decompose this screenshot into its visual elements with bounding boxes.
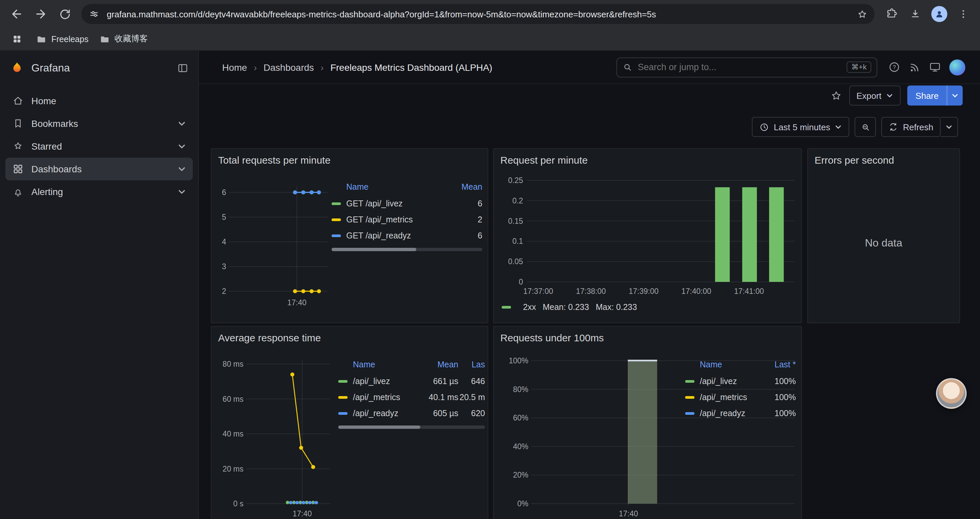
sidebar-item-alerting[interactable]: Alerting [5,180,193,203]
breadcrumb-home[interactable]: Home [222,62,247,72]
legend-row[interactable]: /api/_readyz 100% [685,406,796,422]
url-text[interactable]: grafana.mathmast.com/d/deytv4rwavabkb/fr… [103,9,853,19]
svg-text:17:40: 17:40 [619,509,638,518]
svg-text:17:41:00: 17:41:00 [734,287,764,295]
svg-text:20 ms: 20 ms [223,465,243,473]
legend-row[interactable]: /api/_livez 100% [685,374,796,390]
sidebar-item-starred[interactable]: Starred [5,135,193,158]
sidebar-item-dashboards[interactable]: Dashboards [5,158,193,180]
svg-text:40 ms: 40 ms [223,430,243,438]
legend-row[interactable]: /api/_metrics 100% [685,390,796,406]
legend-table: Name Last * /api/_livez 100% /api/_metri… [685,356,796,422]
dashboard-canvas: Total requests per minute 6543217:40 Nam… [199,137,980,519]
grafana-logo-icon[interactable] [10,61,25,76]
refresh-icon [889,122,898,132]
sidebar-item-bookmarks[interactable]: Bookmarks [5,112,193,135]
assistant-avatar[interactable] [936,378,967,409]
legend-scrollbar[interactable] [338,425,485,429]
svg-text:17:37:00: 17:37:00 [523,287,554,295]
series-name[interactable]: /api/_readyz [700,409,764,418]
address-bar[interactable]: grafana.mathmast.com/d/deytv4rwavabkb/fr… [81,4,875,24]
chevron-down-icon[interactable] [177,142,186,151]
bookmark-blog[interactable]: 收藏博客 [99,34,148,45]
breadcrumb-separator: › [321,62,323,72]
breadcrumb: Home › Dashboards › Freeleaps Metrics Da… [222,62,492,72]
svg-text:0%: 0% [517,499,528,508]
favorite-star-icon[interactable] [830,89,842,102]
panel-average-response-time: Average response time 80 ms60 ms40 ms20 … [211,326,488,519]
timeseries-chart[interactable]: 80 ms60 ms40 ms20 ms0 s17:40 [215,356,336,519]
panel-title[interactable]: Average response time [212,327,328,343]
series-name[interactable]: GET /api/_readyz [346,231,449,241]
bookmark-star-icon[interactable] [853,5,870,23]
series-name[interactable]: GET /api/_livez [346,199,449,208]
panel-title[interactable]: Requests under 100ms [494,327,611,343]
series-name[interactable]: /api/_metrics [700,393,764,402]
series-name[interactable]: /api/_livez [700,377,764,386]
panel-title[interactable]: Request per minute [494,149,594,166]
refresh-button[interactable]: Refresh [881,117,941,137]
browser-profile-avatar[interactable] [928,3,951,26]
panel-title[interactable]: Errors per second [808,149,900,166]
legend-scrollbar[interactable] [332,248,482,251]
person-icon [931,6,947,22]
series-name[interactable]: /api/_metrics [353,393,420,402]
sidebar-item-home[interactable]: Home [5,89,193,112]
zoom-out-button[interactable] [855,117,876,137]
scrollbar-thumb[interactable] [332,248,416,251]
clock-icon [759,122,769,132]
timeseries-chart[interactable]: 6543217:40 [215,178,330,312]
scrollbar-thumb[interactable] [338,425,420,429]
browser-menu-icon[interactable] [952,3,975,26]
bookmarks-bar: Freeleaps 收藏博客 [0,28,980,51]
share-button[interactable]: Share [908,86,947,105]
legend-row[interactable]: /api/_livez 661 µs 646 [338,374,485,390]
search-input[interactable] [638,62,841,72]
svg-text:17:39:00: 17:39:00 [629,287,659,295]
news-rss-icon[interactable] [908,61,921,73]
site-info-icon[interactable] [85,5,103,23]
time-range-picker[interactable]: Last 5 minutes [752,117,850,137]
legend-row[interactable]: /api/_readyz 605 µs 620 [338,406,485,422]
legend-row[interactable]: GET /api/_metrics 2 [332,212,482,228]
series-name[interactable]: 2xx [523,303,536,312]
user-avatar[interactable] [949,59,965,75]
apps-grid-icon[interactable] [8,30,25,48]
bookmark-freeleaps[interactable]: Freeleaps [36,34,88,45]
svg-text:?: ? [892,64,896,70]
svg-text:80%: 80% [513,385,528,394]
breadcrumb-current: Freeleaps Metrics Dashboard (ALPHA) [330,62,492,72]
display-monitor-icon[interactable] [929,61,941,73]
svg-text:80 ms: 80 ms [223,360,243,368]
downloads-icon[interactable] [904,3,927,26]
back-button[interactable] [5,3,28,26]
share-dropdown-button[interactable] [947,86,963,105]
zoom-out-icon [861,122,870,132]
series-name[interactable]: GET /api/_metrics [346,215,449,224]
chevron-down-icon[interactable] [177,164,186,173]
bookmark-label: 收藏博客 [115,34,148,45]
svg-text:17:38:00: 17:38:00 [576,287,606,295]
series-name[interactable]: /api/_readyz [353,409,420,418]
legend-row[interactable]: /api/_metrics 40.1 ms 20.5 m [338,390,485,406]
export-button[interactable]: Export [849,86,900,105]
search-box[interactable]: ⌘+k [616,57,877,77]
series-color-dash [338,396,348,399]
chevron-down-icon[interactable] [177,187,186,196]
help-icon[interactable]: ? [888,61,900,73]
legend-row[interactable]: GET /api/_livez 6 [332,196,482,212]
chevron-down-icon [886,92,894,99]
series-name[interactable]: /api/_livez [353,377,420,386]
reload-button[interactable] [53,3,76,26]
panel-requests-under-100ms: Requests under 100ms 100%80%60%40%20%0%1… [493,326,802,519]
legend-row[interactable]: GET /api/_readyz 6 [332,228,482,244]
bar-chart[interactable]: 0.250.20.150.10.05017:37:0017:38:0017:39… [500,176,796,300]
chevron-down-icon[interactable] [177,119,186,128]
breadcrumb-dashboards[interactable]: Dashboards [264,62,314,72]
refresh-interval-dropdown[interactable] [941,117,958,137]
forward-button[interactable] [29,3,52,26]
dock-menu-icon[interactable] [177,62,189,74]
panel-title[interactable]: Total requests per minute [212,149,337,166]
extensions-icon[interactable] [880,3,903,26]
svg-text:60 ms: 60 ms [223,395,243,404]
